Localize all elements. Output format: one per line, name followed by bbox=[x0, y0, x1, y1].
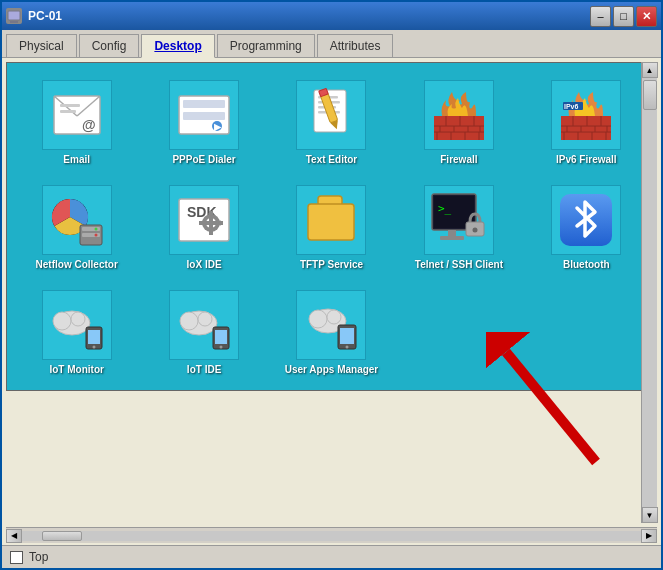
svg-point-91 bbox=[346, 346, 349, 349]
svg-text:IPv6: IPv6 bbox=[564, 103, 579, 110]
svg-point-55 bbox=[94, 228, 97, 231]
firewall-icon-item[interactable]: Firewall bbox=[397, 71, 520, 172]
tab-attributes[interactable]: Attributes bbox=[317, 34, 394, 57]
svg-rect-78 bbox=[88, 330, 100, 344]
top-label: Top bbox=[29, 550, 48, 564]
svg-rect-0 bbox=[8, 11, 20, 20]
svg-point-88 bbox=[327, 310, 341, 324]
minimize-button[interactable]: – bbox=[590, 6, 611, 27]
svg-point-85 bbox=[220, 346, 223, 349]
horizontal-scrollbar[interactable]: ◀ ▶ bbox=[6, 527, 657, 543]
email-icon-item[interactable]: @ Email bbox=[15, 71, 138, 172]
tab-bar: Physical Config Desktop Programming Attr… bbox=[2, 30, 661, 58]
icon-panel-wrapper: @ Email bbox=[2, 58, 661, 527]
close-button[interactable]: ✕ bbox=[636, 6, 657, 27]
svg-point-75 bbox=[53, 312, 71, 330]
text-editor-label: Text Editor bbox=[306, 154, 357, 165]
maximize-button[interactable]: □ bbox=[613, 6, 634, 27]
ipv6-firewall-icon-item[interactable]: IPv6 IPv6 Firewall bbox=[525, 71, 648, 172]
netflow-icon-box bbox=[42, 185, 112, 255]
svg-text:@: @ bbox=[82, 117, 96, 133]
top-checkbox[interactable] bbox=[10, 551, 23, 564]
email-icon-box: @ bbox=[42, 80, 112, 150]
iox-label: IoX IDE bbox=[187, 259, 222, 270]
svg-rect-90 bbox=[340, 328, 354, 344]
iox-icon-item[interactable]: SDK bbox=[142, 176, 265, 277]
iot-monitor-label: IoT Monitor bbox=[49, 364, 103, 375]
iot-ide-icon-box bbox=[169, 290, 239, 360]
svg-rect-9 bbox=[183, 100, 225, 108]
ipv6-firewall-icon-box: IPv6 bbox=[551, 80, 621, 150]
window-icon bbox=[6, 8, 22, 24]
svg-point-81 bbox=[180, 312, 198, 330]
firewall-icon-box bbox=[424, 80, 494, 150]
scroll-track bbox=[642, 78, 657, 507]
svg-rect-66 bbox=[308, 204, 354, 240]
svg-rect-6 bbox=[60, 104, 80, 107]
svg-rect-7 bbox=[60, 110, 76, 113]
scroll-thumb[interactable] bbox=[643, 80, 657, 110]
svg-point-73 bbox=[472, 228, 477, 233]
bluetooth-label: Bluetooth bbox=[563, 259, 610, 270]
firewall-label: Firewall bbox=[440, 154, 477, 165]
svg-rect-21 bbox=[434, 116, 484, 140]
scroll-up-button[interactable]: ▲ bbox=[642, 62, 658, 78]
iot-monitor-icon-box bbox=[42, 290, 112, 360]
icon-grid: @ Email bbox=[7, 63, 656, 390]
user-apps-label: User Apps Manager bbox=[285, 364, 379, 375]
netflow-label: Netflow Collector bbox=[36, 259, 118, 270]
vertical-scrollbar[interactable]: ▲ ▼ bbox=[641, 62, 657, 523]
scroll-down-button[interactable]: ▼ bbox=[642, 507, 658, 523]
scroll-left-button[interactable]: ◀ bbox=[6, 529, 22, 543]
svg-text:▶: ▶ bbox=[214, 122, 222, 132]
svg-point-87 bbox=[309, 310, 327, 328]
svg-point-79 bbox=[92, 346, 95, 349]
svg-text:>_: >_ bbox=[438, 202, 452, 215]
tftp-icon-box bbox=[296, 185, 366, 255]
user-apps-icon-box bbox=[296, 290, 366, 360]
text-editor-icon-item[interactable]: Text Editor bbox=[270, 71, 393, 172]
svg-rect-10 bbox=[183, 112, 225, 120]
email-label: Email bbox=[63, 154, 90, 165]
iot-ide-label: IoT IDE bbox=[187, 364, 221, 375]
iox-icon-box: SDK bbox=[169, 185, 239, 255]
content-area: @ Email bbox=[2, 58, 661, 568]
bluetooth-icon-item[interactable]: Bluetooth bbox=[525, 176, 648, 277]
window-title: PC-01 bbox=[28, 9, 62, 23]
pppoe-icon-item[interactable]: ▶ PPPoE Dialer bbox=[142, 71, 265, 172]
svg-rect-35 bbox=[561, 116, 611, 140]
scroll-right-button[interactable]: ▶ bbox=[641, 529, 657, 543]
svg-rect-84 bbox=[215, 330, 227, 344]
tab-config[interactable]: Config bbox=[79, 34, 140, 57]
telnet-icon-box: >_ bbox=[424, 185, 494, 255]
tftp-icon-item[interactable]: TFTP Service bbox=[270, 176, 393, 277]
telnet-icon-item[interactable]: >_ Telnet / SSH Client bbox=[397, 176, 520, 277]
iot-monitor-icon-item[interactable]: IoT Monitor bbox=[15, 281, 138, 382]
svg-point-82 bbox=[198, 312, 212, 326]
bottom-bar: Top bbox=[2, 545, 661, 568]
svg-rect-71 bbox=[440, 236, 464, 240]
tab-physical[interactable]: Physical bbox=[6, 34, 77, 57]
pppoe-icon-box: ▶ bbox=[169, 80, 239, 150]
title-bar: PC-01 – □ ✕ bbox=[2, 2, 661, 30]
main-window: PC-01 – □ ✕ Physical Config Desktop Prog… bbox=[0, 0, 663, 570]
h-scroll-track bbox=[22, 531, 641, 541]
text-editor-icon-box bbox=[296, 80, 366, 150]
title-controls: – □ ✕ bbox=[590, 6, 657, 27]
title-bar-left: PC-01 bbox=[6, 8, 62, 24]
svg-point-56 bbox=[94, 234, 97, 237]
svg-rect-1 bbox=[10, 21, 18, 23]
pppoe-label: PPPoE Dialer bbox=[172, 154, 235, 165]
telnet-label: Telnet / SSH Client bbox=[415, 259, 503, 270]
h-scroll-thumb[interactable] bbox=[42, 531, 82, 541]
icon-panel: @ Email bbox=[6, 62, 657, 391]
iot-ide-icon-item[interactable]: IoT IDE bbox=[142, 281, 265, 382]
tab-programming[interactable]: Programming bbox=[217, 34, 315, 57]
netflow-icon-item[interactable]: Netflow Collector bbox=[15, 176, 138, 277]
user-apps-icon-item[interactable]: User Apps Manager bbox=[270, 281, 393, 382]
tab-desktop[interactable]: Desktop bbox=[141, 34, 214, 58]
bluetooth-icon-box bbox=[551, 185, 621, 255]
svg-rect-70 bbox=[448, 230, 456, 236]
svg-point-76 bbox=[71, 312, 85, 326]
ipv6-firewall-label: IPv6 Firewall bbox=[556, 154, 617, 165]
